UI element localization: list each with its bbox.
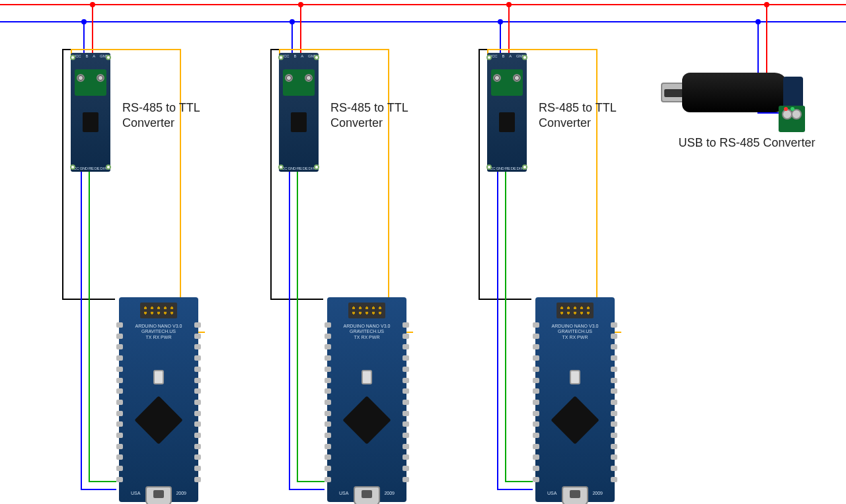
nano2-pins-right (403, 322, 409, 482)
arduino-nano-1: ARDUINO NANO V3.0 GRAVITECH.US TX RX PWR… (119, 297, 198, 502)
nano3-silk-leds: TX RX PWR (550, 335, 600, 340)
bus-line-b (0, 21, 846, 22)
nano2-reset-button (362, 370, 372, 384)
node2-ttl-rx (289, 172, 290, 490)
ttl2-top-pins: VCC B A GND (279, 54, 319, 58)
ttl2-pin-b: B (293, 54, 296, 58)
nano1-silk: ARDUINO NANO V3.0 GRAVITECH.US TX RX PWR (134, 324, 184, 340)
usb-led-red (784, 107, 788, 111)
nano1-silk-title: ARDUINO NANO V3.0 (134, 324, 184, 329)
nano1-usb-port (145, 486, 172, 504)
node3-vcc-top (487, 49, 597, 50)
nano3-usb-port (562, 486, 588, 504)
nano1-pins-right (194, 322, 201, 482)
nano2-silk-title: ARDUINO NANO V3.0 (342, 324, 392, 329)
node1-ttl-tx (89, 172, 90, 482)
usb-led-green (790, 107, 794, 111)
nano2-mcu-chip (342, 396, 391, 445)
usb-pcb-cap (783, 77, 803, 108)
nano1-icsp-header (140, 303, 177, 318)
nano2-silk-sub: GRAVITECH.US (342, 329, 392, 334)
nano3-pins-left (533, 322, 539, 482)
nano1-silk-sub: GRAVITECH.US (134, 329, 184, 334)
node2-ttl-tx (297, 172, 298, 482)
ttl2-ic (291, 112, 307, 132)
nano3-year: 2009 (592, 491, 603, 495)
node2-ttl-tx-h (297, 481, 325, 482)
ttl3-pin-gnd2: GND (496, 166, 504, 170)
nano2-silk: ARDUINO NANO V3.0 GRAVITECH.US TX RX PWR (342, 324, 392, 340)
node2-ttl-rx-h (289, 489, 325, 490)
node1-gnd-left (62, 49, 63, 300)
ttl2-pin-re: RE (297, 166, 302, 170)
rs485-ttl-module-3: VCC B A GND VCC GND RE DE DI RO (487, 53, 527, 172)
ttl3-bot-pins: VCC GND RE DE DI RO (487, 166, 527, 170)
node3-ttl-tx (505, 172, 506, 482)
ttl2-label: RS-485 to TTL Converter (330, 100, 423, 131)
nano3-icsp-header (557, 303, 594, 318)
nano2-silk-leds: TX RX PWR (342, 335, 392, 340)
ttl3-pin-b: B (502, 54, 504, 58)
arduino-nano-2: ARDUINO NANO V3.0 GRAVITECH.US TX RX PWR… (327, 297, 406, 502)
node3-ttl-rx (497, 172, 498, 490)
ttl2-pin-de: DE (303, 166, 308, 170)
ttl2-pin-di: DI (309, 166, 312, 170)
nano2-year: 2009 (384, 491, 395, 495)
usb-body (682, 73, 788, 112)
wire-a-node2 (300, 5, 301, 54)
node3-gnd-left (479, 49, 480, 300)
nano1-pins-left (116, 322, 123, 482)
ttl1-top-pins: VCC B A GND (71, 54, 110, 58)
nano3-reset-button (570, 370, 580, 384)
nano3-silk: ARDUINO NANO V3.0 GRAVITECH.US TX RX PWR (550, 324, 600, 340)
nano2-usb-port (354, 486, 380, 504)
nano2-pins-left (325, 322, 331, 482)
rs485-ttl-module-1: VCC B A GND VCC GND RE DE DI RO (71, 53, 110, 172)
nano1-silk-leds: TX RX PWR (134, 335, 184, 340)
bus-line-a (0, 4, 846, 5)
node3-ttl-tx-h (505, 481, 533, 482)
ttl3-screw-terminals (487, 74, 527, 82)
ttl1-bot-pins: VCC GND RE DE DI RO (71, 166, 110, 170)
ttl1-pin-di: DI (100, 166, 104, 170)
node1-vcc-right (180, 49, 181, 333)
usb-rs485-label: USB to RS-485 Converter (661, 135, 833, 151)
node2-vcc-right (388, 49, 389, 333)
ttl1-label: RS-485 to TTL Converter (122, 100, 215, 131)
node1-ttl-tx-h (89, 481, 116, 482)
node1-ttl-rx-h (81, 489, 116, 490)
ttl1-ic (83, 112, 98, 132)
nano3-mcu-chip (551, 396, 599, 445)
node2-vcc-top (279, 49, 389, 50)
node1-vcc-top (71, 49, 181, 50)
nano2-icsp-header (348, 303, 385, 318)
node3-ttl-rx-h (497, 489, 533, 490)
ttl3-pin-de: DE (511, 166, 516, 170)
ttl3-top-pins: VCC B A GND (487, 54, 527, 58)
ttl3-pin-di: DI (517, 166, 520, 170)
wire-a-node3 (508, 5, 510, 54)
ttl1-pin-de: DE (95, 166, 100, 170)
ttl1-screw-terminals (71, 74, 110, 82)
node3-vcc-right (596, 49, 597, 333)
ttl3-ic (499, 112, 515, 132)
wire-a-node1 (92, 5, 93, 54)
ttl2-bot-pins: VCC GND RE DE DI RO (279, 166, 319, 170)
nano3-silk-title: ARDUINO NANO V3.0 (550, 324, 600, 329)
ttl2-pin-a: A (301, 54, 303, 58)
ttl1-pin-b: B (85, 54, 88, 58)
ttl2-screw-terminals (279, 74, 319, 82)
nano3-pins-right (611, 322, 617, 482)
ttl3-pin-re: RE (505, 166, 510, 170)
node2-gnd-left (270, 49, 272, 300)
nano1-mcu-chip (134, 396, 183, 445)
ttl1-pin-gnd2: GND (79, 166, 87, 170)
rs485-ttl-module-2: VCC B A GND VCC GND RE DE DI RO (279, 53, 319, 172)
nano1-year: 2009 (176, 491, 186, 495)
nano1-usa: USA (131, 491, 140, 495)
nano3-silk-sub: GRAVITECH.US (550, 329, 600, 334)
ttl1-pin-re: RE (89, 166, 94, 170)
ttl3-pin-a: A (509, 54, 512, 58)
nano2-usa: USA (339, 491, 348, 495)
nano1-reset-button (153, 370, 164, 384)
